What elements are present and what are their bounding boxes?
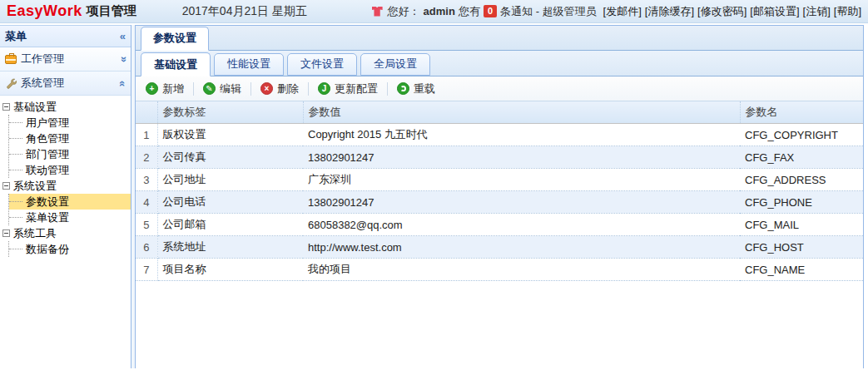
user-shirt-icon xyxy=(372,7,383,17)
sidebar: 菜单 « 工作管理 « 系统管理 « 基础设置用户管理角色管理部门管理联动管理系… xyxy=(0,25,131,368)
header-link-5[interactable]: [帮助] xyxy=(834,4,861,19)
cell-param-value: 68058382@qq.com xyxy=(303,214,740,236)
toolbar-separator xyxy=(387,82,388,96)
content-panel: 参数设置 基础设置性能设置文件设置全局设置 +新增✎编辑×删除J更新配置重载 参… xyxy=(135,25,864,368)
cell-param-value: Copyright 2015 九五时代 xyxy=(303,124,740,146)
cell-param-value: 13802901247 xyxy=(303,191,740,214)
toolbar-button-4[interactable]: 重载 xyxy=(390,79,442,99)
col-rownum xyxy=(136,101,157,124)
row-number: 6 xyxy=(136,236,157,259)
subtab-3[interactable]: 全局设置 xyxy=(360,53,430,76)
header-link-0[interactable]: [发邮件] xyxy=(603,4,642,19)
table-row[interactable]: 1版权设置Copyright 2015 九五时代CFG_COPYRIGHT xyxy=(136,124,863,146)
table-row[interactable]: 3公司地址广东深圳CFG_ADDRESS xyxy=(136,169,863,191)
briefcase-icon xyxy=(5,55,17,64)
header-link-3[interactable]: [邮箱设置] xyxy=(750,4,799,19)
cell-param-label: 公司邮箱 xyxy=(157,214,303,236)
accordion-work-management[interactable]: 工作管理 « xyxy=(0,47,131,72)
toolbar-button-0[interactable]: +新增 xyxy=(139,79,191,99)
col-param-value[interactable]: 参数值 xyxy=(303,101,740,124)
row-number: 4 xyxy=(136,191,157,214)
accordion-label: 工作管理 xyxy=(21,52,64,67)
row-number: 3 xyxy=(136,169,157,191)
toolbar-button-label: 更新配置 xyxy=(335,81,378,96)
table-row[interactable]: 4公司电话13802901247CFG_PHONE xyxy=(136,191,863,214)
col-param-name[interactable]: 参数名 xyxy=(740,101,863,124)
menu-tree: 基础设置用户管理角色管理部门管理联动管理系统设置参数设置菜单设置系统工具数据备份 xyxy=(0,96,131,368)
header-link-1[interactable]: [清除缓存] xyxy=(645,4,694,19)
tree-node-root[interactable]: 系统设置 xyxy=(2,178,131,194)
cell-param-name: CFG_MAIL xyxy=(740,214,863,236)
header-links: [发邮件][清除缓存][修改密码][邮箱设置][注销][帮助] xyxy=(603,4,861,19)
row-number: 2 xyxy=(136,146,157,169)
header-link-4[interactable]: [注销] xyxy=(803,4,831,19)
cell-param-name: CFG_FAX xyxy=(740,146,863,169)
delete-icon: × xyxy=(260,82,273,95)
accordion-system-management[interactable]: 系统管理 « xyxy=(0,72,131,96)
collapse-box-icon[interactable] xyxy=(2,103,10,111)
tree-children: 用户管理角色管理部门管理联动管理 xyxy=(8,115,131,178)
cell-param-name: CFG_PHONE xyxy=(740,191,863,214)
collapse-box-icon[interactable] xyxy=(2,182,10,190)
main-layout: 菜单 « 工作管理 « 系统管理 « 基础设置用户管理角色管理部门管理联动管理系… xyxy=(0,23,868,368)
toolbar-button-label: 编辑 xyxy=(220,81,241,96)
notice-after: 条通知 - 超级管理员 xyxy=(500,4,597,19)
greeting-label: 您好： xyxy=(388,4,420,19)
collapse-box-icon[interactable] xyxy=(2,229,10,237)
top-bar: EasyWork 项目管理 2017年04月21日 星期五 您好： admin … xyxy=(0,0,868,23)
subtab-2[interactable]: 文件设置 xyxy=(287,53,357,76)
tree-node[interactable]: 联动管理 xyxy=(9,162,131,178)
cell-param-value: 13802901247 xyxy=(303,146,740,169)
toolbar-separator xyxy=(308,82,309,96)
tree-children: 参数设置菜单设置 xyxy=(8,194,131,225)
current-date: 2017年04月21日 星期五 xyxy=(182,4,307,19)
user-area: 您好： admin 您有 0 条通知 - 超级管理员 [发邮件][清除缓存][修… xyxy=(372,4,861,19)
cell-param-label: 公司传真 xyxy=(157,146,303,169)
table-row[interactable]: 7项目名称我的项目CFG_NAME xyxy=(136,259,863,281)
app-logo: EasyWork xyxy=(7,2,82,20)
update-icon: J xyxy=(318,82,330,95)
cell-param-label: 系统地址 xyxy=(157,236,303,259)
cell-param-value: 我的项目 xyxy=(303,259,740,281)
table-row[interactable]: 2公司传真13802901247CFG_FAX xyxy=(136,146,863,169)
subtab-1[interactable]: 性能设置 xyxy=(214,53,284,76)
pencil-icon: ✎ xyxy=(203,82,216,95)
tab-parameter-settings[interactable]: 参数设置 xyxy=(141,27,209,51)
tree-node[interactable]: 数据备份 xyxy=(9,241,131,257)
toolbar-button-label: 删除 xyxy=(277,81,299,96)
toolbar-separator xyxy=(193,82,194,96)
notice-count-badge[interactable]: 0 xyxy=(484,5,497,17)
row-number: 7 xyxy=(136,259,157,281)
col-param-label[interactable]: 参数标签 xyxy=(157,101,303,124)
tree-children: 数据备份 xyxy=(8,241,131,257)
tree-node[interactable]: 部门管理 xyxy=(9,146,131,162)
tree-node-root[interactable]: 基础设置 xyxy=(2,99,131,115)
tree-node[interactable]: 用户管理 xyxy=(9,115,131,131)
header-link-2[interactable]: [修改密码] xyxy=(697,4,746,19)
toolbar-button-3[interactable]: J更新配置 xyxy=(311,79,384,99)
tree-node-selected[interactable]: 参数设置 xyxy=(9,194,131,210)
table-row[interactable]: 5公司邮箱68058382@qq.comCFG_MAIL xyxy=(136,214,863,236)
cell-param-name: CFG_HOST xyxy=(740,236,863,259)
cell-param-name: CFG_COPYRIGHT xyxy=(740,124,863,146)
toolbar-button-2[interactable]: ×删除 xyxy=(254,79,305,99)
cell-param-label: 项目名称 xyxy=(157,259,303,281)
subtab-0[interactable]: 基础设置 xyxy=(141,52,211,76)
tree-node[interactable]: 角色管理 xyxy=(9,131,131,146)
toolbar-button-label: 重载 xyxy=(414,81,435,96)
app-title: 项目管理 xyxy=(87,3,136,19)
plus-icon: + xyxy=(146,82,158,95)
parameters-table: 参数标签 参数值 参数名 1版权设置Copyright 2015 九五时代CFG… xyxy=(136,101,863,281)
chevron-down-icon: « xyxy=(117,56,128,62)
sidebar-collapse-icon[interactable]: « xyxy=(120,31,126,42)
notice-before: 您有 xyxy=(459,4,480,19)
toolbar-button-label: 新增 xyxy=(162,81,184,96)
cell-param-label: 公司地址 xyxy=(157,169,303,191)
toolbar-button-1[interactable]: ✎编辑 xyxy=(196,79,248,99)
toolbar-separator xyxy=(250,82,251,96)
tree-node[interactable]: 菜单设置 xyxy=(9,210,131,225)
table-row[interactable]: 6系统地址http://www.test.comCFG_HOST xyxy=(136,236,863,259)
wrench-icon xyxy=(5,77,17,89)
tree-node-root[interactable]: 系统工具 xyxy=(2,225,131,241)
row-number: 1 xyxy=(136,124,157,146)
